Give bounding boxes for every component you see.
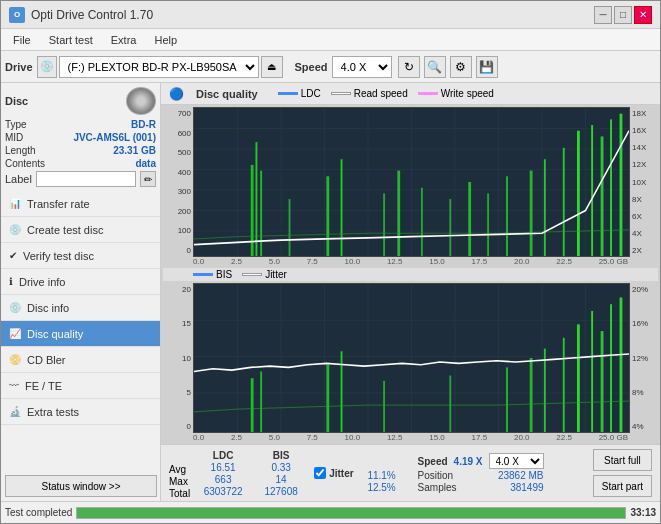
speed-current-value: 4.19 X <box>454 456 483 467</box>
max-jitter: 12.5% <box>362 482 402 493</box>
close-button[interactable]: ✕ <box>634 6 652 24</box>
svg-rect-54 <box>506 367 508 432</box>
contents-label: Contents <box>5 158 45 169</box>
nav-transfer-rate[interactable]: 📊 Transfer rate <box>1 191 160 217</box>
legend-jitter-label: Jitter <box>265 269 287 280</box>
svg-rect-19 <box>326 176 329 256</box>
jitter-checkbox[interactable] <box>314 467 326 479</box>
legend-write-speed: Write speed <box>418 88 494 99</box>
drive-label: Drive <box>5 61 33 73</box>
legend-bis-label: BIS <box>216 269 232 280</box>
nav-create-test-disc[interactable]: 💿 Create test disc <box>1 217 160 243</box>
svg-rect-26 <box>487 193 489 256</box>
nav-extra-tests[interactable]: 🔬 Extra tests <box>1 399 160 425</box>
nav-verify-test-disc[interactable]: ✔ Verify test disc <box>1 243 160 269</box>
samples-label: Samples <box>418 482 457 493</box>
avg-bis: 0.33 <box>256 462 306 473</box>
label-label: Label <box>5 173 32 185</box>
label-input[interactable] <box>36 171 136 187</box>
contents-value: data <box>135 158 156 169</box>
svg-rect-33 <box>601 136 604 256</box>
app-icon: O <box>9 7 25 23</box>
label-icon[interactable]: ✏ <box>140 171 156 187</box>
maximize-button[interactable]: □ <box>614 6 632 24</box>
toolbar: Drive 💿 (F:) PLEXTOR BD-R PX-LB950SA 1.0… <box>1 51 660 83</box>
nav-cd-bler[interactable]: 📀 CD Bler <box>1 347 160 373</box>
svg-rect-34 <box>610 119 612 256</box>
stats-labels: Avg Max Total <box>169 447 190 499</box>
jitter-checkbox-group: Jitter <box>314 467 353 479</box>
chart2-y-right: 20%16%12%8%4% <box>630 283 658 433</box>
avg-ldc: 16.51 <box>198 462 248 473</box>
progress-bar <box>76 507 626 519</box>
eject-button[interactable]: ⏏ <box>261 56 283 78</box>
nav-cd-bler-label: CD Bler <box>27 354 66 366</box>
menu-file[interactable]: File <box>5 32 39 48</box>
drive-select[interactable]: (F:) PLEXTOR BD-R PX-LB950SA 1.06 <box>59 56 259 78</box>
start-part-button[interactable]: Start part <box>593 475 652 497</box>
type-value: BD-R <box>131 119 156 130</box>
scan-button[interactable]: 🔍 <box>424 56 446 78</box>
svg-rect-59 <box>591 311 593 432</box>
speed-select[interactable]: 4.0 X <box>332 56 392 78</box>
max-label: Max <box>169 476 190 487</box>
chart2-y-left: 20151050 <box>163 283 193 433</box>
minimize-button[interactable]: ─ <box>594 6 612 24</box>
svg-rect-23 <box>421 188 423 256</box>
chart2-legend: BIS Jitter <box>163 268 658 281</box>
chart-header: 🔵 Disc quality LDC Read speed Write spee… <box>161 83 660 105</box>
drive-icon-btn[interactable]: 💿 <box>37 56 57 78</box>
save-button[interactable]: 💾 <box>476 56 498 78</box>
svg-rect-61 <box>610 304 612 432</box>
refresh-button[interactable]: ↻ <box>398 56 420 78</box>
menu-help[interactable]: Help <box>146 32 185 48</box>
sidebar: Disc Type BD-R MID JVC-AMS6L (001) Lengt… <box>1 83 161 501</box>
chart2-container: 20151050 <box>163 283 658 442</box>
mid-label: MID <box>5 132 23 143</box>
status-window-button[interactable]: Status window >> <box>5 475 157 497</box>
stats-bis: BIS 0.33 14 127608 <box>256 450 306 497</box>
nav-drive-info-label: Drive info <box>19 276 65 288</box>
menu-start-test[interactable]: Start test <box>41 32 101 48</box>
nav-extra-label: Extra tests <box>27 406 79 418</box>
nav-disc-quality-icon: 📈 <box>9 328 21 339</box>
nav-fe-te-icon: 〰 <box>9 380 19 391</box>
nav-disc-quality-label: Disc quality <box>27 328 83 340</box>
svg-rect-28 <box>530 171 533 256</box>
legend-read-label: Read speed <box>354 88 408 99</box>
nav-fe-te[interactable]: 〰 FE / TE <box>1 373 160 399</box>
stats-speed-group: Speed 4.19 X 4.0 X Position 23862 MB Sam… <box>418 453 544 493</box>
speed-stat-select[interactable]: 4.0 X <box>489 453 544 469</box>
stats-jitter: 11.1% 12.5% <box>362 453 402 493</box>
stats-bar: Avg Max Total LDC 16.51 663 6303722 BIS … <box>161 444 660 501</box>
svg-rect-52 <box>383 381 385 432</box>
svg-rect-17 <box>260 171 262 256</box>
menu-extra[interactable]: Extra <box>103 32 145 48</box>
svg-rect-29 <box>544 159 546 256</box>
svg-rect-53 <box>449 375 451 432</box>
svg-rect-20 <box>341 159 343 256</box>
nav-disc-quality[interactable]: 📈 Disc quality <box>1 321 160 347</box>
svg-rect-56 <box>544 349 546 432</box>
legend-ldc-label: LDC <box>301 88 321 99</box>
stats-ldc: LDC 16.51 663 6303722 <box>198 450 248 497</box>
nav-drive-info[interactable]: ℹ Drive info <box>1 269 160 295</box>
chart1-container: 7006005004003002001000 <box>163 107 658 266</box>
chart-title: Disc quality <box>196 88 258 100</box>
svg-rect-62 <box>620 297 623 432</box>
nav-disc-info[interactable]: 💿 Disc info <box>1 295 160 321</box>
app-title: Opti Drive Control 1.70 <box>31 8 153 22</box>
svg-rect-25 <box>468 182 471 256</box>
nav-menu: 📊 Transfer rate 💿 Create test disc ✔ Ver… <box>1 191 160 471</box>
length-label: Length <box>5 145 36 156</box>
app-window: O Opti Drive Control 1.70 ─ □ ✕ File Sta… <box>0 0 661 524</box>
disc-section: Disc Type BD-R MID JVC-AMS6L (001) Lengt… <box>1 83 160 191</box>
right-panel: 🔵 Disc quality LDC Read speed Write spee… <box>161 83 660 501</box>
start-full-button[interactable]: Start full <box>593 449 652 471</box>
disc-graphic <box>126 87 156 115</box>
settings-button[interactable]: ⚙ <box>450 56 472 78</box>
svg-rect-21 <box>383 193 385 256</box>
nav-disc-info-icon: 💿 <box>9 302 21 313</box>
nav-disc-info-label: Disc info <box>27 302 69 314</box>
chart1-y-left: 7006005004003002001000 <box>163 107 193 257</box>
